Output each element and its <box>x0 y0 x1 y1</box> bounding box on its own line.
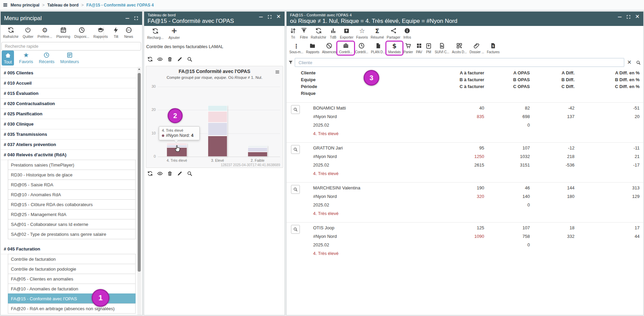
bar-segment[interactable] <box>208 105 227 111</box>
column-header-c-diff[interactable]: C Diff. <box>523 84 574 89</box>
column-header-risque[interactable]: Risque <box>301 91 316 96</box>
minimize-window-icon[interactable]: − <box>258 14 263 19</box>
toolbar-item-filtre[interactable]: Filtre <box>299 27 309 39</box>
sidebar-category-025-planification[interactable]: # 025 Planification <box>1 109 138 119</box>
eye-icon[interactable] <box>157 170 163 176</box>
minimize-window-icon[interactable]: − <box>125 16 130 21</box>
sidebar-category-037-ateliers-pr-vention[interactable]: # 037 Ateliers prévention <box>1 140 138 150</box>
sidebar-category-035-transmissions[interactable]: # 035 Transmissions <box>1 129 138 140</box>
toolbar-item-disponi[interactable]: Disponi... <box>73 27 90 39</box>
toolbar-item-rapports[interactable]: Rapports <box>92 27 109 39</box>
toolbar-item-pm[interactable]: PM <box>424 42 433 54</box>
toolbar-item-tdb[interactable]: TdB <box>328 27 338 39</box>
toolbar-item-plan-d[interactable]: PLAN D... <box>369 42 387 54</box>
tab-tout[interactable]: Tout <box>2 51 14 66</box>
toolbar-item-suivi-c[interactable]: SUIVI C... <box>433 42 450 54</box>
eye-icon[interactable] <box>157 56 163 62</box>
toolbar-item-acc-s-d[interactable]: Accès D... <box>450 42 468 54</box>
column-header-p-riode[interactable]: Période <box>301 84 317 89</box>
pencil-icon[interactable] <box>177 170 183 176</box>
column-header-b-opas[interactable]: B OPAS <box>479 77 530 82</box>
toolbar-item-sous-m[interactable]: ⋮Sous-m... <box>288 42 305 54</box>
sidebar-category-015-valuation[interactable]: # 015 Évaluation <box>1 88 138 99</box>
column-filter-input[interactable] <box>295 58 624 67</box>
toolbar-item-ajouter[interactable]: +Ajouter <box>167 28 181 40</box>
column-header-c-diff-en[interactable]: C Diff. en % <box>588 84 640 89</box>
breadcrumb-item-menu-principal[interactable]: Menu principal <box>11 3 40 8</box>
hamburger-menu-icon[interactable] <box>3 2 8 8</box>
toolbar-item-panier[interactable]: Panier <box>402 42 414 54</box>
table-row-gratton-jari[interactable]: GRATTON Jari95107-12-11#Nyon Nord1250103… <box>287 142 643 182</box>
minimize-window-icon[interactable]: − <box>617 14 622 19</box>
sidebar-category-010-accueil[interactable]: # 010 Accueil <box>1 78 138 88</box>
sidebar-item-fa-15-conformit-avec-l-opas[interactable]: FA@15 - Conformité avec l'OPAS <box>8 293 136 304</box>
sidebar-category-045-facturation[interactable]: # 045 Facturation <box>1 244 138 254</box>
scroll-up-icon[interactable] <box>137 67 141 71</box>
column-header-b-facturer[interactable]: B à facturer <box>433 77 484 82</box>
filter-funnel-icon[interactable] <box>287 60 295 65</box>
toolbar-item-contr-l[interactable]: Contrôl... <box>354 42 370 54</box>
sidebar-item-rd-15-cl-ture-rda-des-collaborateurs[interactable]: RD@15 - Clôture RDA des collaborateurs <box>8 199 136 210</box>
sidebar-category-020-contractualisation[interactable]: # 020 Contractualisation <box>1 99 138 109</box>
column-header-a-facturer[interactable]: A à facturer <box>433 70 484 75</box>
scrollbar-thumb[interactable] <box>138 73 141 272</box>
toolbar-item-dossier[interactable]: Dossier ... <box>468 42 486 54</box>
tab-moniteurs[interactable]: Moniteurs <box>60 51 80 65</box>
sidebar-item-rd30-historique-bris-de-glace[interactable]: RD30 - Historique bris de glace <box>8 170 136 180</box>
clear-filter-icon[interactable]: ✕ <box>626 60 633 65</box>
trash-icon[interactable] <box>167 170 173 176</box>
refresh-icon[interactable] <box>147 170 153 176</box>
table-row-otis-joop[interactable]: OTIS Joop1251071817#Nyon Nord10907583324… <box>287 222 643 262</box>
sidebar-item-fa-05-clientes-en-anomalies[interactable]: FA@05 - Clientes en anomalies <box>8 274 136 284</box>
maximize-window-icon[interactable] <box>134 16 139 21</box>
column-header-cliente[interactable]: Cliente <box>301 70 316 75</box>
sidebar-category-030-clinique[interactable]: # 030 Clinique <box>1 119 138 129</box>
magnifier-icon[interactable] <box>186 56 193 62</box>
toolbar-item-planning[interactable]: Planning <box>55 27 71 39</box>
toolbar-item-factures[interactable]: $Factures <box>486 42 501 54</box>
column-header-equipe[interactable]: Equipe <box>301 77 316 82</box>
toolbar-item-exporter[interactable]: Exporter <box>339 27 355 39</box>
magnifier-icon[interactable] <box>186 170 193 176</box>
tab-r-cents[interactable]: Récents <box>38 51 55 65</box>
column-header-b-diff-en[interactable]: B Diff. en % <box>588 77 640 82</box>
bar-segment[interactable] <box>248 146 267 147</box>
toolbar-item-tilt[interactable]: Tilt <box>111 27 121 39</box>
column-header-a-diff-en[interactable]: A Diff. en % <box>588 70 640 75</box>
toolbar-item-absences[interactable]: Absences <box>321 42 338 54</box>
sidebar-item-sa-02-type-de-prestations-sans-genre-salaire[interactable]: SA@02 - Type de prestations sans genre s… <box>8 229 136 239</box>
quick-search-input[interactable] <box>1 42 141 51</box>
toolbar-item-recharg[interactable]: Recharg... <box>146 28 165 40</box>
sidebar-item-rd-05-saisie-rda[interactable]: RD@05 - Saisie RDA <box>8 179 136 190</box>
toolbar-item-rafra-chir[interactable]: Rafraîchir <box>310 27 327 39</box>
chart-menu-icon[interactable] <box>275 69 280 76</box>
sidebar-category-005-clientes[interactable]: # 005 Clientes <box>1 68 138 78</box>
toolbar-item-tri[interactable]: Tri <box>288 27 298 39</box>
sidebar-item-prestations-saisies-timeplayer[interactable]: Prestations saisies (TimePlayer) <box>8 160 136 170</box>
sidebar-item-sa-01-collaborateur-sans-id-externe[interactable]: SA@01 - Collaborateur sans Id externe <box>8 219 136 229</box>
breadcrumb-item-fa-15-conformit-avec-l-opas-4[interactable]: FA@15 - Conformité avec l'OPAS 4 <box>87 3 154 8</box>
toolbar-item-rafra-chir[interactable]: Rafraîchir <box>2 27 20 39</box>
toolbar-item-favoris[interactable]: ☆Favoris <box>355 27 369 39</box>
bar-segment[interactable] <box>208 111 227 123</box>
refresh-icon[interactable] <box>147 56 153 62</box>
bar-segment[interactable] <box>208 123 227 135</box>
sidebar-scrollbar[interactable] <box>137 67 141 315</box>
column-header-b-diff[interactable]: B Diff. <box>523 77 574 82</box>
sidebar-item-contr-le-de-facturation-podologie[interactable]: Contrôle de facturation podologie <box>8 264 136 274</box>
search-icon[interactable] <box>634 60 642 65</box>
bar-segment[interactable] <box>248 147 267 152</box>
table-row-marchesini-valentina[interactable]: MARCHESINI Valentina19046144313#Nyon Nor… <box>287 182 643 222</box>
table-row-bonamici-matti[interactable]: BONAMICI Matti4082-42-51#Nyon Nord835698… <box>287 102 643 142</box>
sidebar-item-fa-10-anomalies-de-facturation[interactable]: FA@10 - Anomalies de facturation <box>8 284 136 294</box>
toolbar-item-infos[interactable]: Infos <box>402 27 412 39</box>
toolbar-item-rapports[interactable]: Rapports <box>305 42 321 54</box>
close-window-icon[interactable]: ✕ <box>635 14 640 19</box>
sidebar-item-rd-10-anomalies-rda[interactable]: RD@10 - Anomalies RdA <box>8 189 136 200</box>
toolbar-item-pav[interactable]: PAV <box>414 42 424 54</box>
pencil-icon[interactable] <box>177 56 183 62</box>
breadcrumb-item-tableau-de-bord[interactable]: Tableau de bord <box>47 3 79 8</box>
maximize-window-icon[interactable] <box>626 14 631 19</box>
sidebar-item-fa-20-rda-en-arbitrage-absences-non-signal-es[interactable]: FA@20 - RdA en arbitrage (absences non s… <box>8 303 136 314</box>
toolbar-item-pr-f-re[interactable]: ⚙Préfére... <box>36 27 53 39</box>
